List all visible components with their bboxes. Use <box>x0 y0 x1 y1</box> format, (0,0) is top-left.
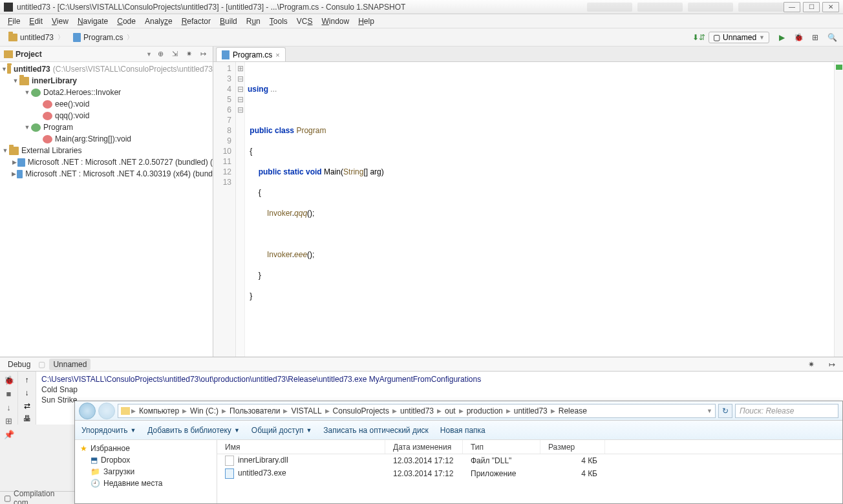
hide-button[interactable]: ↦ <box>197 48 209 60</box>
menu-code[interactable]: Code <box>113 16 140 27</box>
scroll-from-source-button[interactable]: ⊕ <box>155 48 166 60</box>
explorer-file-list[interactable]: Имя Дата изменения Тип Размер innerLibra… <box>217 440 842 503</box>
file-row-exe[interactable]: untitled73.exe 12.03.2014 17:12 Приложен… <box>217 467 842 480</box>
tree-path: (C:\Users\VISTALL\ConsuloProjects\untitl… <box>53 65 213 74</box>
menu-analyze[interactable]: Analyze <box>141 16 176 27</box>
tree-root[interactable]: ▼ untitled73 (C:\Users\VISTALL\ConsuloPr… <box>0 63 213 75</box>
method-icon <box>43 100 52 109</box>
menu-build[interactable]: Build <box>216 16 241 27</box>
gear-icon[interactable]: ✷ <box>804 357 818 372</box>
menu-edit[interactable]: Edit <box>25 16 47 27</box>
rerun-button[interactable]: 🐞 <box>3 375 15 385</box>
pause-button[interactable]: ↓ <box>3 403 15 412</box>
tree-invoker-class[interactable]: ▼ Dota2.Heroes::Invoker <box>0 87 213 98</box>
make-button[interactable]: ⬇⇵ <box>692 30 706 45</box>
code-area[interactable]: using ... public class Program { public … <box>245 62 834 357</box>
project-panel-title: Project <box>16 50 144 59</box>
menu-window[interactable]: Window <box>317 16 353 27</box>
tree-label: Program <box>43 123 73 132</box>
gear-icon[interactable]: ✷ <box>183 48 195 60</box>
tree-method-main[interactable]: Main(arg:String[]):void <box>0 133 213 145</box>
sidebar-dropbox[interactable]: ⬒Dropbox <box>80 454 211 466</box>
file-row-dll[interactable]: innerLibrary.dll 12.03.2014 17:12 Файл "… <box>217 454 842 467</box>
tree-method-eee[interactable]: eee():void <box>0 98 213 110</box>
pin-button[interactable]: 📌 <box>3 430 15 439</box>
menu-vcs[interactable]: VCS <box>293 16 317 27</box>
search-button[interactable]: 🔍 <box>825 30 839 45</box>
debug-session-tab[interactable]: Unnamed <box>49 359 91 370</box>
tree-net4[interactable]: ▶ Microsoft .NET : Microsoft .NET 4.0.30… <box>0 168 213 180</box>
collapse-all-button[interactable]: ⇲ <box>169 48 180 60</box>
expand-arrow-icon[interactable]: ▼ <box>23 89 31 96</box>
editor-tab-program[interactable]: Program.cs × <box>216 47 286 61</box>
menu-navigate[interactable]: Navigate <box>74 16 112 27</box>
new-folder-button[interactable]: Новая папка <box>440 426 486 435</box>
menu-help[interactable]: Help <box>354 16 378 27</box>
print-button[interactable]: 🖶 <box>23 414 31 423</box>
menu-run[interactable]: Run <box>242 16 264 27</box>
wrap-button[interactable]: ⇄ <box>24 401 30 410</box>
layout-button[interactable]: ⊞ <box>3 416 15 426</box>
run-button[interactable]: ▶ <box>774 30 789 45</box>
column-size[interactable]: Размер <box>540 440 605 454</box>
column-name[interactable]: Имя <box>217 440 385 454</box>
tree-method-qqq[interactable]: qqq():void <box>0 110 213 121</box>
sidebar-recent[interactable]: 🕘Недавние места <box>80 478 211 489</box>
add-library-button[interactable]: Добавить в библиотеку ▼ <box>147 426 239 435</box>
chevron-down-icon[interactable]: ▼ <box>707 408 712 414</box>
project-tree[interactable]: ▼ untitled73 (C:\Users\VISTALL\ConsuloPr… <box>0 62 213 357</box>
expand-arrow-icon[interactable]: ▶ <box>12 159 17 165</box>
nav-forward-button[interactable] <box>98 403 115 419</box>
project-icon <box>4 50 13 58</box>
expand-arrow-icon[interactable]: ▼ <box>12 78 19 84</box>
status-bar: ▢ Compilation com <box>0 491 74 504</box>
tree-net2[interactable]: ▶ Microsoft .NET : Microsoft .NET 2.0.50… <box>0 156 213 168</box>
run-config-selector[interactable]: ▢ Unnamed ▼ <box>709 32 769 43</box>
chevron-down-icon[interactable]: ▼ <box>146 51 152 58</box>
structure-button[interactable]: ⊞ <box>808 30 822 45</box>
breadcrumb-file[interactable]: Program.cs 〉 <box>69 31 138 44</box>
up-button[interactable]: ↑ <box>25 375 29 384</box>
sidebar-favorites[interactable]: ★Избранное <box>80 443 211 454</box>
tab-label: Program.cs <box>233 50 272 59</box>
menu-file[interactable]: File <box>4 16 24 27</box>
tree-program-class[interactable]: ▼ Program <box>0 121 213 133</box>
share-button[interactable]: Общий доступ ▼ <box>251 426 312 435</box>
down-button[interactable]: ↓ <box>25 388 29 397</box>
editor-body[interactable]: 134 567 8910 111213 ⊞⊟⊟⊟⊟ using ... publ… <box>213 62 843 357</box>
status-ok-indicator <box>836 65 842 70</box>
expand-arrow-icon[interactable]: ▶ <box>12 171 17 177</box>
expand-arrow-icon[interactable]: ▼ <box>1 147 9 154</box>
tree-label: untitled73 <box>14 65 50 74</box>
debug-tab-label[interactable]: Debug <box>4 359 34 370</box>
menu-refactor[interactable]: Refactor <box>178 16 215 27</box>
window-maximize-button[interactable]: ☐ <box>803 2 820 12</box>
debug-button[interactable]: 🐞 <box>791 30 806 45</box>
tree-external-libraries[interactable]: ▼ External Libraries <box>0 145 213 156</box>
close-tab-button[interactable]: × <box>275 51 279 59</box>
nav-back-button[interactable] <box>79 403 96 419</box>
explorer-sidebar[interactable]: ★Избранное ⬒Dropbox 📁Загрузки 🕘Недавние … <box>75 440 217 503</box>
stop-button[interactable]: ■ <box>3 389 15 399</box>
column-type[interactable]: Тип <box>463 440 540 454</box>
column-date[interactable]: Дата изменения <box>385 440 463 454</box>
window-close-button[interactable]: ✕ <box>822 2 839 12</box>
fold-strip[interactable]: ⊞⊟⊟⊟⊟ <box>236 62 245 357</box>
tree-inner-library[interactable]: ▼ innerLibrary <box>0 75 213 87</box>
refresh-button[interactable]: ↻ <box>718 404 732 418</box>
explorer-address-bar[interactable]: ▶ Компьютер▶ Win (C:)▶ Пользователи▶ VIS… <box>118 404 716 418</box>
debug-tabs: Debug ▢ Unnamed ✷ ↦ <box>0 357 843 372</box>
run-config-label: Unnamed <box>723 33 756 42</box>
burn-button[interactable]: Записать на оптический диск <box>323 426 429 435</box>
expand-arrow-icon[interactable]: ▼ <box>23 124 31 131</box>
explorer-search-input[interactable]: Поиск: Release <box>735 404 838 418</box>
sidebar-downloads[interactable]: 📁Загрузки <box>80 466 211 478</box>
error-stripe[interactable] <box>834 62 843 357</box>
menu-tools[interactable]: Tools <box>266 16 292 27</box>
hide-button[interactable]: ↦ <box>825 357 839 372</box>
organize-button[interactable]: Упорядочить ▼ <box>81 426 136 435</box>
window-minimize-button[interactable]: — <box>784 2 800 12</box>
menu-view[interactable]: View <box>48 16 72 27</box>
breadcrumb-project[interactable]: untitled73 〉 <box>4 31 69 44</box>
expand-arrow-icon[interactable]: ▼ <box>1 66 7 72</box>
